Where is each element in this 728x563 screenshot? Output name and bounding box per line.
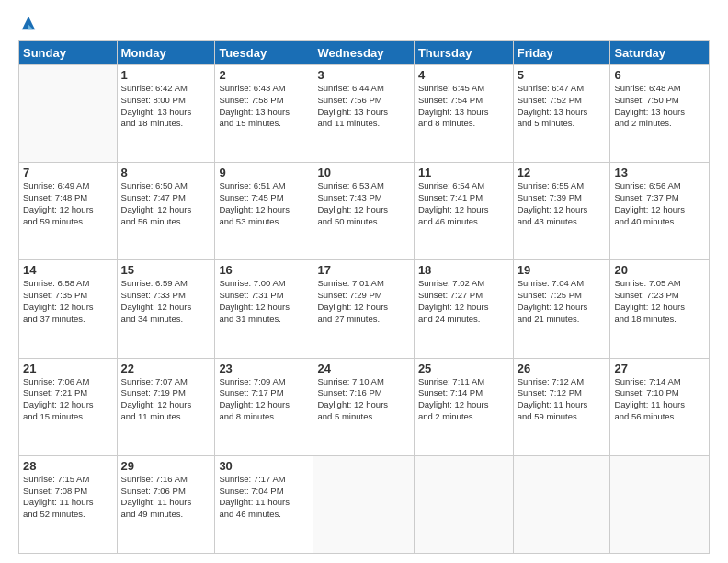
day-header: Thursday — [414, 41, 513, 65]
day-number: 16 — [219, 263, 309, 277]
calendar-cell: 28Sunrise: 7:15 AM Sunset: 7:08 PM Dayli… — [19, 455, 118, 553]
day-number: 7 — [23, 166, 113, 179]
day-number: 3 — [317, 68, 409, 82]
day-info: Sunrise: 7:01 AM Sunset: 7:29 PM Dayligh… — [317, 278, 409, 325]
calendar-cell — [513, 455, 610, 553]
calendar-cell — [610, 455, 710, 553]
day-info: Sunrise: 6:48 AM Sunset: 7:50 PM Dayligh… — [614, 83, 705, 130]
calendar-cell: 16Sunrise: 7:00 AM Sunset: 7:31 PM Dayli… — [215, 260, 313, 358]
day-header: Friday — [513, 41, 610, 65]
day-number: 2 — [219, 68, 309, 82]
calendar-cell: 2Sunrise: 6:43 AM Sunset: 7:58 PM Daylig… — [215, 65, 313, 163]
day-info: Sunrise: 6:56 AM Sunset: 7:37 PM Dayligh… — [614, 180, 705, 227]
calendar-cell: 25Sunrise: 7:11 AM Sunset: 7:14 PM Dayli… — [414, 358, 513, 455]
day-info: Sunrise: 6:45 AM Sunset: 7:54 PM Dayligh… — [418, 83, 509, 130]
day-header: Tuesday — [215, 41, 313, 65]
day-number: 26 — [518, 362, 607, 375]
day-info: Sunrise: 7:04 AM Sunset: 7:25 PM Dayligh… — [518, 278, 607, 325]
day-number: 14 — [23, 263, 113, 277]
day-info: Sunrise: 7:14 AM Sunset: 7:10 PM Dayligh… — [614, 376, 705, 423]
calendar-cell: 19Sunrise: 7:04 AM Sunset: 7:25 PM Dayli… — [513, 260, 610, 358]
day-number: 15 — [121, 263, 211, 277]
calendar-cell: 17Sunrise: 7:01 AM Sunset: 7:29 PM Dayli… — [313, 260, 414, 358]
calendar-cell: 3Sunrise: 6:44 AM Sunset: 7:56 PM Daylig… — [313, 65, 414, 163]
day-number: 18 — [418, 263, 509, 277]
day-number: 28 — [23, 459, 113, 473]
calendar-cell: 23Sunrise: 7:09 AM Sunset: 7:17 PM Dayli… — [215, 358, 313, 455]
day-info: Sunrise: 6:59 AM Sunset: 7:33 PM Dayligh… — [121, 278, 211, 325]
calendar-cell: 9Sunrise: 6:51 AM Sunset: 7:45 PM Daylig… — [215, 163, 313, 260]
day-number: 8 — [121, 166, 211, 179]
header — [18, 15, 710, 31]
day-number: 9 — [219, 166, 309, 179]
day-header: Saturday — [610, 41, 710, 65]
day-number: 5 — [518, 68, 607, 82]
day-header: Sunday — [19, 41, 118, 65]
calendar-table: SundayMondayTuesdayWednesdayThursdayFrid… — [18, 40, 710, 554]
day-number: 23 — [219, 362, 309, 375]
day-info: Sunrise: 6:42 AM Sunset: 8:00 PM Dayligh… — [121, 83, 211, 130]
day-info: Sunrise: 7:15 AM Sunset: 7:08 PM Dayligh… — [23, 474, 113, 521]
calendar-cell: 5Sunrise: 6:47 AM Sunset: 7:52 PM Daylig… — [513, 65, 610, 163]
day-header: Monday — [117, 41, 215, 65]
day-header: Wednesday — [313, 41, 414, 65]
day-number: 11 — [418, 166, 509, 179]
calendar-cell: 11Sunrise: 6:54 AM Sunset: 7:41 PM Dayli… — [414, 163, 513, 260]
day-info: Sunrise: 6:55 AM Sunset: 7:39 PM Dayligh… — [518, 180, 607, 227]
calendar-cell: 4Sunrise: 6:45 AM Sunset: 7:54 PM Daylig… — [414, 65, 513, 163]
calendar-cell: 18Sunrise: 7:02 AM Sunset: 7:27 PM Dayli… — [414, 260, 513, 358]
calendar-cell: 27Sunrise: 7:14 AM Sunset: 7:10 PM Dayli… — [610, 358, 710, 455]
day-info: Sunrise: 6:58 AM Sunset: 7:35 PM Dayligh… — [23, 278, 113, 325]
day-info: Sunrise: 7:06 AM Sunset: 7:21 PM Dayligh… — [23, 376, 113, 423]
logo-icon — [20, 15, 37, 31]
day-info: Sunrise: 6:44 AM Sunset: 7:56 PM Dayligh… — [317, 83, 409, 130]
day-number: 21 — [23, 362, 113, 375]
day-info: Sunrise: 7:00 AM Sunset: 7:31 PM Dayligh… — [219, 278, 309, 325]
day-info: Sunrise: 7:17 AM Sunset: 7:04 PM Dayligh… — [219, 474, 309, 521]
day-info: Sunrise: 6:53 AM Sunset: 7:43 PM Dayligh… — [317, 180, 409, 227]
logo — [18, 15, 37, 31]
day-info: Sunrise: 7:12 AM Sunset: 7:12 PM Dayligh… — [518, 376, 607, 423]
day-info: Sunrise: 7:05 AM Sunset: 7:23 PM Dayligh… — [614, 278, 705, 325]
calendar-cell — [19, 65, 118, 163]
calendar-cell: 10Sunrise: 6:53 AM Sunset: 7:43 PM Dayli… — [313, 163, 414, 260]
calendar-cell: 7Sunrise: 6:49 AM Sunset: 7:48 PM Daylig… — [19, 163, 118, 260]
calendar-cell: 26Sunrise: 7:12 AM Sunset: 7:12 PM Dayli… — [513, 358, 610, 455]
calendar-cell — [414, 455, 513, 553]
calendar-cell — [313, 455, 414, 553]
calendar-cell: 22Sunrise: 7:07 AM Sunset: 7:19 PM Dayli… — [117, 358, 215, 455]
calendar-cell: 6Sunrise: 6:48 AM Sunset: 7:50 PM Daylig… — [610, 65, 710, 163]
day-number: 30 — [219, 459, 309, 473]
day-info: Sunrise: 7:02 AM Sunset: 7:27 PM Dayligh… — [418, 278, 509, 325]
day-number: 12 — [518, 166, 607, 179]
day-info: Sunrise: 7:09 AM Sunset: 7:17 PM Dayligh… — [219, 376, 309, 423]
calendar-cell: 12Sunrise: 6:55 AM Sunset: 7:39 PM Dayli… — [513, 163, 610, 260]
day-info: Sunrise: 7:16 AM Sunset: 7:06 PM Dayligh… — [121, 474, 211, 521]
calendar-cell: 15Sunrise: 6:59 AM Sunset: 7:33 PM Dayli… — [117, 260, 215, 358]
day-number: 22 — [121, 362, 211, 375]
day-number: 20 — [614, 263, 705, 277]
day-number: 24 — [317, 362, 409, 375]
day-number: 1 — [121, 68, 211, 82]
day-number: 4 — [418, 68, 509, 82]
calendar-cell: 21Sunrise: 7:06 AM Sunset: 7:21 PM Dayli… — [19, 358, 118, 455]
day-number: 29 — [121, 459, 211, 473]
day-info: Sunrise: 6:43 AM Sunset: 7:58 PM Dayligh… — [219, 83, 309, 130]
calendar-cell: 13Sunrise: 6:56 AM Sunset: 7:37 PM Dayli… — [610, 163, 710, 260]
day-info: Sunrise: 6:50 AM Sunset: 7:47 PM Dayligh… — [121, 180, 211, 227]
day-number: 27 — [614, 362, 705, 375]
day-info: Sunrise: 6:51 AM Sunset: 7:45 PM Dayligh… — [219, 180, 309, 227]
calendar-cell: 30Sunrise: 7:17 AM Sunset: 7:04 PM Dayli… — [215, 455, 313, 553]
day-number: 25 — [418, 362, 509, 375]
day-number: 13 — [614, 166, 705, 179]
day-number: 6 — [614, 68, 705, 82]
day-number: 10 — [317, 166, 409, 179]
day-info: Sunrise: 7:10 AM Sunset: 7:16 PM Dayligh… — [317, 376, 409, 423]
calendar-cell: 20Sunrise: 7:05 AM Sunset: 7:23 PM Dayli… — [610, 260, 710, 358]
day-info: Sunrise: 6:54 AM Sunset: 7:41 PM Dayligh… — [418, 180, 509, 227]
day-info: Sunrise: 6:49 AM Sunset: 7:48 PM Dayligh… — [23, 180, 113, 227]
day-info: Sunrise: 7:11 AM Sunset: 7:14 PM Dayligh… — [418, 376, 509, 423]
day-info: Sunrise: 7:07 AM Sunset: 7:19 PM Dayligh… — [121, 376, 211, 423]
day-number: 17 — [317, 263, 409, 277]
calendar-cell: 14Sunrise: 6:58 AM Sunset: 7:35 PM Dayli… — [19, 260, 118, 358]
